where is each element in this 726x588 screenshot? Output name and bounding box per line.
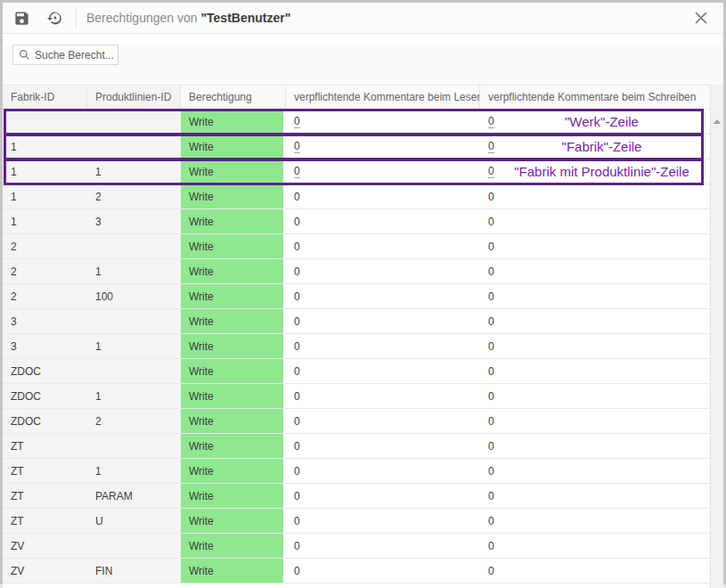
table-row[interactable]: 2Write00 xyxy=(3,234,710,259)
cell-produktlinien-id[interactable]: 100 xyxy=(87,284,181,308)
cell-kommentare-lesen[interactable]: 0 xyxy=(286,234,480,258)
cell-fabrik-id[interactable]: 1 xyxy=(3,135,87,159)
cell-produktlinien-id[interactable]: 1 xyxy=(87,384,181,408)
search-box[interactable] xyxy=(12,45,118,65)
vertical-scrollbar[interactable] xyxy=(710,85,723,588)
cell-produktlinien-id[interactable] xyxy=(87,434,181,458)
cell-fabrik-id[interactable]: 1 xyxy=(3,184,87,208)
search-input[interactable] xyxy=(35,49,118,61)
cell-fabrik-id[interactable]: 1 xyxy=(3,209,87,233)
cell-fabrik-id[interactable]: ZT xyxy=(3,459,87,483)
cell-kommentare-schreiben[interactable]: 0 xyxy=(480,259,710,283)
cell-kommentare-schreiben[interactable]: 0"Werk"-Zeile xyxy=(480,110,710,134)
cell-berechtigung[interactable]: Write xyxy=(181,384,286,408)
close-button[interactable] xyxy=(689,6,713,29)
cell-produktlinien-id[interactable] xyxy=(87,359,181,383)
cell-kommentare-schreiben[interactable]: 0 xyxy=(480,434,710,458)
table-row[interactable]: 21Write00 xyxy=(3,259,710,284)
cell-berechtigung[interactable]: Write xyxy=(181,334,286,358)
cell-kommentare-lesen[interactable]: 0 xyxy=(286,184,480,208)
cell-berechtigung[interactable]: Write xyxy=(181,159,286,184)
cell-kommentare-lesen[interactable]: 0 xyxy=(286,534,480,558)
cell-produktlinien-id[interactable]: PARAM xyxy=(87,484,181,508)
cell-berechtigung[interactable]: Write xyxy=(181,459,286,483)
cell-kommentare-schreiben[interactable]: 0 xyxy=(480,234,710,258)
cell-kommentare-schreiben[interactable]: 0 xyxy=(480,309,710,333)
table-row[interactable]: Write00"Werk"-Zeile xyxy=(3,110,710,135)
cell-berechtigung[interactable]: Write xyxy=(181,559,286,583)
column-header-fabrik-id[interactable]: Fabrik-ID xyxy=(3,86,87,109)
cell-berechtigung[interactable]: Write xyxy=(181,234,286,258)
history-button[interactable] xyxy=(44,6,67,29)
cell-produktlinien-id[interactable]: 2 xyxy=(87,184,181,208)
table-row[interactable]: ZTPARAMWrite00 xyxy=(3,484,710,509)
cell-kommentare-schreiben[interactable]: 0 xyxy=(480,559,710,583)
table-row[interactable]: ZVFINWrite00 xyxy=(3,559,710,584)
table-row[interactable]: ZTUWrite00 xyxy=(3,509,710,534)
cell-kommentare-lesen[interactable]: 0 xyxy=(286,284,480,308)
cell-kommentare-schreiben[interactable]: 0"Fabrik mit Produktlinie"-Zeile xyxy=(480,159,710,184)
cell-fabrik-id[interactable]: ZDOC xyxy=(3,359,87,383)
cell-fabrik-id[interactable]: 3 xyxy=(3,309,87,333)
cell-berechtigung[interactable]: Write xyxy=(181,135,286,159)
cell-produktlinien-id[interactable] xyxy=(87,110,181,134)
table-row[interactable]: ZTWrite00 xyxy=(3,434,710,459)
save-button[interactable] xyxy=(10,6,33,29)
cell-kommentare-lesen[interactable]: 0 xyxy=(286,359,480,383)
table-row[interactable]: 12Write00 xyxy=(3,184,710,209)
table-row[interactable]: ZVWrite00 xyxy=(3,534,710,559)
cell-produktlinien-id[interactable]: 1 xyxy=(87,459,181,483)
cell-kommentare-lesen[interactable]: 0 xyxy=(286,434,480,458)
cell-kommentare-lesen[interactable]: 0 xyxy=(286,309,480,333)
cell-kommentare-lesen[interactable]: 0 xyxy=(286,559,480,583)
cell-berechtigung[interactable]: Write xyxy=(181,359,286,383)
cell-produktlinien-id[interactable]: 1 xyxy=(87,334,181,358)
cell-kommentare-lesen[interactable]: 0 xyxy=(286,110,480,134)
cell-berechtigung[interactable]: Write xyxy=(181,259,286,283)
cell-kommentare-schreiben[interactable]: 0 xyxy=(480,209,710,233)
cell-produktlinien-id[interactable] xyxy=(87,135,181,159)
cell-fabrik-id[interactable]: 2 xyxy=(3,234,87,258)
cell-kommentare-schreiben[interactable]: 0 xyxy=(480,384,710,408)
cell-berechtigung[interactable]: Write xyxy=(181,534,286,558)
cell-kommentare-schreiben[interactable]: 0 xyxy=(480,284,710,308)
cell-fabrik-id[interactable]: 2 xyxy=(3,259,87,283)
cell-produktlinien-id[interactable] xyxy=(87,534,181,558)
cell-kommentare-lesen[interactable]: 0 xyxy=(286,135,480,159)
column-header-berechtigung[interactable]: Berechtigung xyxy=(181,86,286,109)
table-row[interactable]: ZDOC1Write00 xyxy=(3,384,710,409)
cell-produktlinien-id[interactable]: FIN xyxy=(87,559,181,583)
cell-berechtigung[interactable]: Write xyxy=(181,484,286,508)
cell-kommentare-lesen[interactable]: 0 xyxy=(286,459,480,483)
cell-kommentare-schreiben[interactable]: 0 xyxy=(480,534,710,558)
cell-fabrik-id[interactable]: 1 xyxy=(3,159,87,184)
cell-berechtigung[interactable]: Write xyxy=(181,509,286,533)
cell-kommentare-lesen[interactable]: 0 xyxy=(286,159,480,184)
cell-berechtigung[interactable]: Write xyxy=(181,184,286,208)
cell-fabrik-id[interactable]: ZDOC xyxy=(3,409,87,433)
cell-fabrik-id[interactable]: ZV xyxy=(3,559,87,583)
table-row[interactable]: 13Write00 xyxy=(3,209,710,234)
table-row[interactable]: ZDOCWrite00 xyxy=(3,359,710,384)
cell-kommentare-schreiben[interactable]: 0"Fabrik"-Zeile xyxy=(480,135,710,159)
cell-kommentare-lesen[interactable]: 0 xyxy=(286,409,480,433)
cell-berechtigung[interactable]: Write xyxy=(181,110,286,134)
cell-fabrik-id[interactable]: 3 xyxy=(3,334,87,358)
table-row[interactable]: 11Write00"Fabrik mit Produktlinie"-Zeile xyxy=(3,159,710,184)
cell-produktlinien-id[interactable]: 1 xyxy=(87,259,181,283)
cell-kommentare-lesen[interactable]: 0 xyxy=(286,509,480,533)
cell-berechtigung[interactable]: Write xyxy=(181,409,286,433)
cell-kommentare-schreiben[interactable]: 0 xyxy=(480,359,710,383)
cell-kommentare-lesen[interactable]: 0 xyxy=(286,209,480,233)
cell-fabrik-id[interactable] xyxy=(3,110,87,134)
cell-fabrik-id[interactable]: ZV xyxy=(3,534,87,558)
table-row[interactable]: ZDOC2Write00 xyxy=(3,409,710,434)
cell-kommentare-schreiben[interactable]: 0 xyxy=(480,334,710,358)
cell-produktlinien-id[interactable]: U xyxy=(87,509,181,533)
scroll-up-icon[interactable] xyxy=(714,119,721,124)
cell-fabrik-id[interactable]: ZT xyxy=(3,509,87,533)
cell-kommentare-lesen[interactable]: 0 xyxy=(286,334,480,358)
cell-produktlinien-id[interactable]: 2 xyxy=(87,409,181,433)
cell-produktlinien-id[interactable] xyxy=(87,234,181,258)
table-row[interactable]: 2100Write00 xyxy=(3,284,710,309)
